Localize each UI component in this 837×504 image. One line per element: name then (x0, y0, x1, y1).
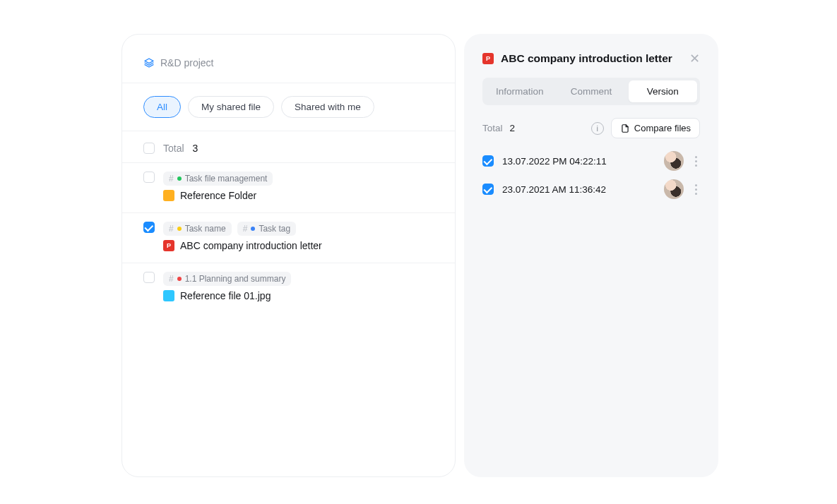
tag: # Task file management (163, 172, 273, 186)
hash-icon: # (169, 274, 174, 284)
kebab-icon[interactable] (692, 181, 700, 198)
tag: # Task tag (237, 222, 296, 236)
tag-label: Task tag (259, 224, 290, 234)
svg-marker-0 (145, 59, 153, 64)
compare-label: Compare files (634, 123, 691, 133)
tab-comment[interactable]: Comment (557, 80, 625, 102)
list-item[interactable]: # Task file management Reference Folder (122, 162, 455, 212)
version-list: 13.07.2022 PM 04:22:11 23.07.2021 AM 11:… (482, 151, 700, 199)
version-row[interactable]: 23.07.2021 AM 11:36:42 (482, 179, 700, 199)
tag-dot (177, 277, 182, 281)
version-checkbox[interactable] (482, 155, 494, 167)
avatar (664, 151, 684, 171)
detail-panel: P ABC company introduction letter ✕ Info… (464, 34, 718, 477)
detail-header: P ABC company introduction letter ✕ (482, 52, 700, 65)
file-compare-icon (620, 124, 630, 133)
version-total-label: Total (482, 123, 503, 133)
tag-label: Task file management (185, 174, 268, 184)
ppt-icon: P (163, 240, 174, 251)
tag: # Task name (163, 222, 232, 236)
tab-information[interactable]: Information (485, 80, 554, 102)
file-list-panel: R&D project All My shared file Shared wi… (121, 34, 456, 477)
list-item[interactable]: # Task name # Task tag P ABC company int… (122, 212, 455, 263)
tag-label: 1.1 Planning and summary (185, 274, 286, 284)
row-checkbox[interactable] (143, 172, 155, 183)
total-label: Total (163, 143, 184, 154)
select-all-checkbox[interactable] (143, 143, 155, 154)
version-summary: Total 2 i Compare files (482, 118, 700, 138)
filter-bar: All My shared file Shared with me (122, 83, 455, 131)
detail-title: ABC company introduction letter (501, 52, 682, 65)
total-count: 3 (193, 143, 198, 154)
version-total-count: 2 (510, 123, 516, 133)
filter-shared-with-me[interactable]: Shared with me (281, 96, 374, 118)
hash-icon: # (243, 224, 248, 234)
tag-dot (177, 176, 182, 181)
list-item[interactable]: # 1.1 Planning and summary Reference fil… (122, 263, 455, 313)
tag-label: Task name (185, 224, 226, 234)
version-row[interactable]: 13.07.2022 PM 04:22:11 (482, 151, 700, 171)
version-checkbox[interactable] (482, 184, 494, 195)
version-timestamp: 13.07.2022 PM 04:22:11 (502, 156, 655, 167)
project-name: R&D project (160, 57, 213, 68)
stack-icon (143, 57, 155, 68)
info-icon[interactable]: i (591, 122, 604, 135)
kebab-icon[interactable] (692, 153, 700, 169)
tag: # 1.1 Planning and summary (163, 272, 291, 286)
list-total-row: Total 3 (122, 131, 455, 162)
hash-icon: # (169, 224, 174, 234)
close-icon[interactable]: ✕ (689, 52, 700, 65)
ppt-icon: P (482, 53, 494, 64)
detail-tabs: Information Comment Version (482, 78, 700, 105)
filter-my-shared[interactable]: My shared file (188, 96, 274, 118)
file-name: Reference Folder (180, 190, 256, 201)
file-list: # Task file management Reference Folder (122, 162, 455, 313)
hash-icon: # (169, 174, 174, 184)
folder-icon (163, 190, 174, 201)
project-header: R&D project (122, 35, 455, 83)
file-name: Reference file 01.jpg (180, 290, 271, 301)
version-timestamp: 23.07.2021 AM 11:36:42 (502, 184, 655, 195)
filter-all[interactable]: All (143, 96, 181, 118)
tag-dot (251, 227, 255, 231)
compare-files-button[interactable]: Compare files (611, 118, 700, 138)
file-name: ABC company introduction letter (180, 240, 322, 251)
row-checkbox[interactable] (143, 222, 155, 233)
tag-dot (177, 227, 182, 231)
row-checkbox[interactable] (143, 272, 155, 283)
avatar (664, 179, 684, 199)
doc-icon (163, 290, 174, 301)
tab-version[interactable]: Version (629, 80, 697, 102)
